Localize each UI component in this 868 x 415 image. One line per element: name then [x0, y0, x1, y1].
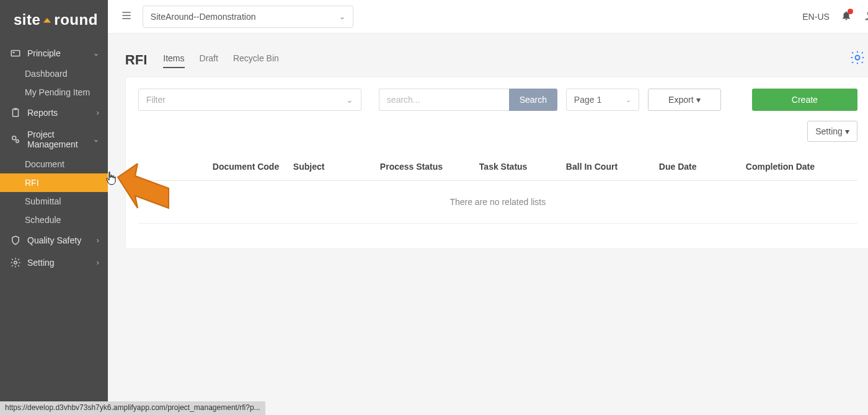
gear-icon	[10, 257, 21, 268]
tab-draft[interactable]: Draft	[200, 53, 218, 68]
sidebar-label: Reports	[27, 108, 58, 118]
hamburger-icon[interactable]	[120, 9, 133, 24]
sidebar-item-quality-safety[interactable]: Quality Safety ›	[0, 229, 108, 251]
svg-point-8	[855, 56, 859, 60]
svg-point-5	[16, 140, 19, 143]
page-header: RFI Items Draft Recycle Bin	[108, 33, 868, 77]
svg-rect-3	[14, 108, 17, 110]
id-card-icon	[10, 48, 21, 59]
browser-status-bar: https://develop.d3vhbv73sh7yk6.amplifyap…	[0, 401, 265, 415]
language-toggle[interactable]: EN-US	[802, 12, 830, 22]
col-document-code[interactable]: Document Code	[175, 162, 293, 172]
logo-accent-icon	[42, 14, 53, 25]
chevron-down-icon: ⌄	[339, 12, 345, 21]
sidebar-item-setting[interactable]: Setting ›	[0, 251, 108, 274]
caret-down-icon: ▾	[696, 95, 701, 105]
sidebar-label: Setting	[27, 258, 55, 268]
sidebar-label: Project Management	[27, 129, 87, 149]
topbar: SiteAround--Demonstration ⌄ EN-US	[108, 0, 868, 33]
sidebar-item-my-pending-item[interactable]: My Pending Item	[0, 83, 108, 102]
sidebar-item-submittal[interactable]: Submittal	[0, 192, 108, 211]
create-button[interactable]: Create	[752, 89, 857, 111]
sidebar-item-rfi[interactable]: RFI	[0, 173, 108, 192]
logo: site round	[0, 0, 108, 42]
page-title: RFI	[125, 52, 147, 68]
filter-dropdown[interactable]: Filter ⌄	[138, 89, 361, 111]
svg-rect-0	[11, 51, 20, 56]
main: SiteAround--Demonstration ⌄ EN-US RFI It…	[108, 0, 868, 415]
search-input[interactable]	[379, 89, 509, 111]
page-settings-button[interactable]	[849, 50, 866, 68]
svg-rect-1	[13, 52, 15, 53]
setting-label: Setting	[815, 126, 843, 136]
sidebar-label: Principle	[27, 48, 61, 58]
shield-icon	[10, 235, 21, 246]
sidebar-item-dashboard[interactable]: Dashboard	[0, 64, 108, 83]
chevron-right-icon: ›	[97, 108, 99, 117]
col-task-status[interactable]: Task Status	[479, 162, 566, 172]
sidebar-item-document[interactable]: Document	[0, 155, 108, 173]
clipboard-icon	[10, 107, 21, 118]
sidebar-item-project-management[interactable]: Project Management ⌄	[0, 124, 108, 155]
export-button[interactable]: Export ▾	[648, 89, 721, 111]
notification-dot-icon	[848, 9, 853, 14]
chevron-down-icon: ⌄	[346, 95, 353, 105]
col-due-date[interactable]: Due Date	[659, 162, 746, 172]
notifications-button[interactable]	[841, 10, 852, 23]
caret-down-icon: ▾	[845, 126, 849, 136]
page-label: Page 1	[574, 95, 601, 105]
project-select[interactable]: SiteAround--Demonstration ⌄	[143, 6, 353, 28]
sidebar-item-schedule[interactable]: Schedule	[0, 211, 108, 229]
svg-rect-2	[13, 109, 19, 116]
table-setting-button[interactable]: Setting ▾	[807, 121, 857, 142]
col-process-status[interactable]: Process Status	[380, 162, 479, 172]
logo-text-2: round	[54, 11, 97, 28]
chevron-down-icon: ⌄	[626, 96, 631, 104]
svg-point-6	[14, 261, 17, 264]
empty-state: There are no related lists	[138, 181, 857, 224]
sidebar-item-reports[interactable]: Reports ›	[0, 102, 108, 124]
filter-placeholder: Filter	[146, 95, 166, 105]
sidebar-label: Quality Safety	[27, 235, 81, 245]
chevron-down-icon: ⌄	[93, 49, 99, 58]
chevron-down-icon: ⌄	[93, 135, 99, 144]
sidebar: site round Principle ⌄ Dashboard My Pend…	[0, 0, 108, 415]
project-select-label: SiteAround--Demonstration	[151, 12, 256, 22]
search-button[interactable]: Search	[509, 89, 557, 111]
col-checkbox	[138, 162, 175, 172]
tab-items[interactable]: Items	[163, 53, 184, 68]
gears-icon	[10, 134, 21, 145]
col-ball-in-court[interactable]: Ball In Court	[566, 162, 659, 172]
logo-text-1: site	[14, 11, 40, 28]
content-card: Filter ⌄ Search Page 1 ⌄ Export ▾ Create	[125, 77, 868, 249]
table-header: Document Code Subject Process Status Tas…	[138, 153, 857, 181]
chevron-right-icon: ›	[97, 258, 99, 267]
tab-recycle-bin[interactable]: Recycle Bin	[233, 53, 279, 68]
chevron-right-icon: ›	[97, 236, 99, 245]
page-dropdown[interactable]: Page 1 ⌄	[566, 89, 639, 111]
user-menu[interactable]	[863, 9, 868, 24]
tabs: Items Draft Recycle Bin	[163, 53, 279, 68]
toolbar: Filter ⌄ Search Page 1 ⌄ Export ▾ Create	[138, 89, 857, 111]
col-subject[interactable]: Subject	[293, 162, 380, 172]
col-completion-date[interactable]: Completion Date	[746, 162, 857, 172]
sidebar-item-principle[interactable]: Principle ⌄	[0, 42, 108, 64]
export-label: Export	[668, 95, 693, 105]
svg-point-4	[12, 136, 16, 140]
